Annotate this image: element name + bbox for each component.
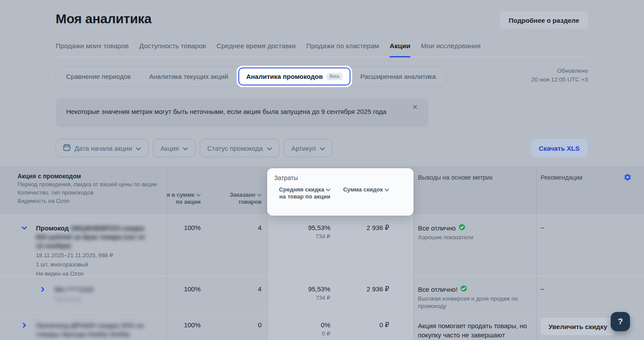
tab-promotions[interactable]: Акции: [389, 42, 410, 57]
chevron-down-icon: [136, 145, 141, 152]
recommendation-cell: –: [536, 276, 644, 312]
increase-discount-button[interactable]: Увеличить скидку: [541, 318, 615, 335]
chevron-down-icon: [183, 145, 188, 152]
tab-my-research[interactable]: Мои исследования: [421, 42, 481, 57]
avg-discount-cell: 0% 0 ₽: [267, 312, 337, 340]
promo-subtabs: Сравнение периодов Аналитика текущих акц…: [56, 66, 446, 87]
sort-icon: [326, 186, 330, 193]
subtab-promocode-analytics[interactable]: Аналитика промокодов Beta: [238, 67, 350, 85]
help-button[interactable]: ?: [611, 312, 630, 331]
promo-name: Промокод ЗЖЦЖНЕВР233 скидка 830 рублей з…: [36, 224, 149, 250]
close-icon[interactable]: ✕: [410, 103, 421, 112]
recommendation-cell: –: [536, 215, 644, 278]
header-avg-discount[interactable]: Средняя скидка на товар по акции: [267, 186, 337, 200]
discount-total-value: 0 ₽: [337, 312, 414, 340]
sum-share-value: 100%: [166, 312, 206, 340]
calendar-icon: [63, 144, 71, 152]
verdict-cell: Все отлично! Высокая конверсия и доля пр…: [414, 276, 536, 312]
redacted-promo-name: Промокод ДРН620 скидка 20% на товары бре…: [36, 321, 146, 339]
filter-promocode-status[interactable]: Статус промокода: [200, 139, 280, 157]
tab-sales-my-products[interactable]: Продажи моих товаров: [56, 42, 129, 57]
verdict-cell: Акция помогает продать товары, но покупк…: [414, 312, 536, 340]
info-banner: Некоторые значения метрик могут быть нет…: [56, 98, 428, 127]
tab-product-availability[interactable]: Доступность товаров: [139, 42, 206, 57]
page-header: Моя аналитика Подробнее о разделе: [56, 11, 588, 29]
tab-avg-delivery-time[interactable]: Среднее время доставки: [216, 42, 296, 57]
table-row: Промокод ЗЖЦЖНЕВР233 скидка 830 рублей з…: [0, 215, 644, 276]
avg-discount-cell: 95,53% 734 ₽: [267, 276, 337, 312]
promo-quantity-type: 1 шт, многоразовый: [36, 261, 149, 269]
header-sum-by-promo[interactable]: я в сумме по акции: [166, 166, 206, 215]
beta-badge: Beta: [326, 73, 343, 80]
sum-share-value: 100%: [166, 215, 206, 278]
subtab-promocode-label: Аналитика промокодов: [246, 73, 323, 80]
ordered-value: 0: [206, 312, 267, 340]
sort-icon: [196, 191, 201, 198]
download-xls-button[interactable]: Скачать XLS: [531, 139, 587, 157]
filter-sku[interactable]: Артикул: [284, 139, 333, 157]
table-row: ЖК.*****1233 Промокод 100% 4 95,53% 734 …: [0, 276, 644, 312]
updated-timestamp: Обновлено 20 ноя 12:05 UTC +3: [531, 67, 588, 84]
table-body: Промокод ЗЖЦЖНЕВР233 скидка 830 рублей з…: [0, 215, 644, 340]
sort-icon: [257, 191, 262, 198]
verdict-cell: Все отлично Хорошие показатели: [414, 215, 536, 278]
subtab-advanced-analytics[interactable]: Расширенная аналитика: [351, 67, 445, 85]
filters-bar: Дата начала акции Акция Статус промокода…: [56, 139, 333, 157]
ordered-value: 4: [206, 276, 267, 312]
subtab-current-promos[interactable]: Аналитика текущих акций: [140, 67, 237, 85]
main-tabs: Продажи моих товаров Доступность товаров…: [56, 42, 588, 57]
page-title: Моя аналитика: [56, 11, 152, 26]
chevron-down-icon: [267, 145, 272, 152]
filter-promotion[interactable]: Акция: [153, 139, 195, 157]
avg-discount-cell: 95,53% 734 ₽: [267, 215, 337, 278]
subtab-period-comparison[interactable]: Сравнение периодов: [57, 67, 140, 85]
success-check-icon: [460, 285, 467, 293]
header-ordered-items[interactable]: Заказано товаров: [206, 166, 267, 215]
header-conclusions: Выводы на основе метрик: [414, 166, 536, 215]
expand-row-icon[interactable]: [39, 287, 46, 293]
sum-share-value: 100%: [166, 276, 206, 312]
redacted-promocode: ЖК.*****1233: [54, 285, 167, 294]
promo-period: 18.11.2025–21.11.2025, 668 ₽: [36, 251, 149, 259]
discount-total-value: 2 936 ₽: [337, 215, 414, 278]
ordered-value: 4: [206, 215, 267, 278]
tab-sales-by-clusters[interactable]: Продажи по кластерам: [306, 42, 379, 57]
header-promo-column: Акция с промокодом Период проведения, ск…: [0, 166, 166, 215]
header-discount-sum[interactable]: Сумма скидок: [337, 186, 414, 200]
gear-icon[interactable]: [623, 173, 632, 183]
success-check-icon: [459, 224, 465, 232]
chevron-down-icon: [320, 145, 325, 152]
expand-row-icon[interactable]: [21, 322, 27, 329]
collapse-row-icon[interactable]: [21, 225, 27, 231]
filter-promo-start-date[interactable]: Дата начала акции: [56, 139, 149, 157]
section-details-button[interactable]: Подробнее о разделе: [500, 11, 588, 29]
info-banner-text: Некоторые значения метрик могут быть нет…: [56, 98, 428, 115]
discount-total-value: 2 936 ₽: [337, 276, 414, 312]
sort-icon: [385, 186, 389, 193]
table-row: Промокод ДРН620 скидка 20% на товары бре…: [0, 312, 644, 340]
redacted-promocode-type: Промокод: [54, 295, 167, 303]
analytics-page: Моя аналитика Подробнее о разделе Продаж…: [0, 0, 644, 340]
costs-group-panel: Затраты Средняя скидка на товар по акции…: [267, 168, 414, 216]
promocodes-table: Акция с промокодом Период проведения, ск…: [0, 166, 644, 340]
costs-group-label: Затраты: [267, 168, 414, 181]
table-header: Акция с промокодом Период проведения, ск…: [0, 166, 644, 215]
